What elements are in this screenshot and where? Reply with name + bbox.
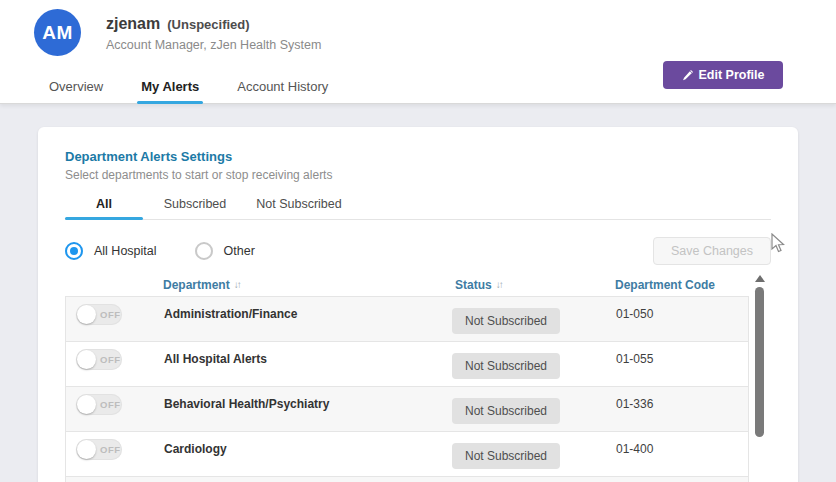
tab-account-history[interactable]: Account History <box>233 79 332 103</box>
avatar: AM <box>34 9 81 56</box>
column-header-status[interactable]: Status ↓↑ <box>425 278 585 292</box>
filter-tab-not-subscribed[interactable]: Not Subscribed <box>247 191 351 219</box>
table-row: OFF Administration/Finance Not Subscribe… <box>66 297 748 342</box>
table-row: OFF All Hospital Alerts Not Subscribed 0… <box>66 342 748 387</box>
status-badge[interactable]: Not Subscribed <box>452 443 560 469</box>
department-code: 01-336 <box>586 387 748 431</box>
sort-icon[interactable]: ↓↑ <box>234 279 240 290</box>
hospital-radio-group: All Hospital Other <box>65 242 255 260</box>
subscription-toggle[interactable]: OFF <box>76 439 122 460</box>
app-header: AM zjenam (Unspecified) Account Manager,… <box>0 0 836 104</box>
username-suffix: (Unspecified) <box>167 17 249 32</box>
tab-overview[interactable]: Overview <box>45 79 107 103</box>
scrollbar-up-arrow-icon[interactable] <box>755 275 765 282</box>
status-badge[interactable]: Not Subscribed <box>452 398 560 424</box>
departments-table: Department ↓↑ Status ↓↑ Department Code … <box>65 273 749 482</box>
filter-tab-subscribed[interactable]: Subscribed <box>143 191 247 219</box>
table-body: OFF Administration/Finance Not Subscribe… <box>65 296 749 482</box>
department-code: 01-050 <box>586 297 748 341</box>
edit-profile-label: Edit Profile <box>699 68 765 82</box>
tab-my-alerts[interactable]: My Alerts <box>137 79 203 103</box>
radio-other-circle[interactable] <box>195 242 213 260</box>
department-name: Cardiology <box>164 432 426 476</box>
status-badge[interactable]: Not Subscribed <box>452 308 560 334</box>
subscription-toggle[interactable]: OFF <box>76 304 122 325</box>
panel-title: Department Alerts Settings <box>65 149 771 164</box>
table-row: OFF Behavioral Health/Psychiatry Not Sub… <box>66 387 748 432</box>
department-code: 01-901 <box>586 477 748 482</box>
radio-all-hospital[interactable]: All Hospital <box>65 242 157 260</box>
department-name: Case Management <box>164 477 426 482</box>
department-code: 01-055 <box>586 342 748 386</box>
department-alerts-panel: Department Alerts Settings Select depart… <box>38 127 798 482</box>
department-name: Administration/Finance <box>164 297 426 341</box>
table-row: OFF Case Management Not Subscribed 01-90… <box>66 477 748 482</box>
scrollbar-thumb[interactable] <box>755 287 764 437</box>
subscription-toggle[interactable]: OFF <box>76 394 122 415</box>
toggle-knob <box>77 395 96 414</box>
page-body: Department Alerts Settings Select depart… <box>0 104 836 482</box>
radio-all-hospital-circle[interactable] <box>65 242 83 260</box>
table-header-row: Department ↓↑ Status ↓↑ Department Code <box>65 273 749 296</box>
avatar-initials: AM <box>42 22 73 44</box>
toggle-knob <box>77 305 96 324</box>
table-row: OFF Cardiology Not Subscribed 01-400 <box>66 432 748 477</box>
user-role-subtitle: Account Manager, zJen Health System <box>106 38 321 52</box>
subscription-filter-tabs: All Subscribed Not Subscribed <box>65 191 771 220</box>
column-header-department[interactable]: Department ↓↑ <box>163 278 425 292</box>
department-code: 01-400 <box>586 432 748 476</box>
sort-icon[interactable]: ↓↑ <box>496 279 502 290</box>
radio-all-hospital-label: All Hospital <box>94 244 157 258</box>
toggle-knob <box>77 440 96 459</box>
department-name: Behavioral Health/Psychiatry <box>164 387 426 431</box>
department-name: All Hospital Alerts <box>164 342 426 386</box>
main-tabs: Overview My Alerts Account History <box>45 79 332 103</box>
edit-profile-button[interactable]: Edit Profile <box>663 61 783 89</box>
radio-other[interactable]: Other <box>195 242 255 260</box>
username: zjenam <box>106 15 160 33</box>
table-scrollbar[interactable] <box>753 273 767 482</box>
controls-row: All Hospital Other Save Changes <box>65 237 771 265</box>
status-badge[interactable]: Not Subscribed <box>452 353 560 379</box>
save-changes-button[interactable]: Save Changes <box>653 237 771 265</box>
panel-subtitle: Select departments to start or stop rece… <box>65 168 771 182</box>
filter-tab-all[interactable]: All <box>65 191 143 219</box>
toggle-knob <box>77 350 96 369</box>
subscription-toggle[interactable]: OFF <box>76 349 122 370</box>
user-identity: zjenam (Unspecified) Account Manager, zJ… <box>106 15 321 52</box>
pencil-icon <box>682 70 693 81</box>
radio-other-label: Other <box>224 244 255 258</box>
column-header-department-code: Department Code <box>585 278 749 292</box>
